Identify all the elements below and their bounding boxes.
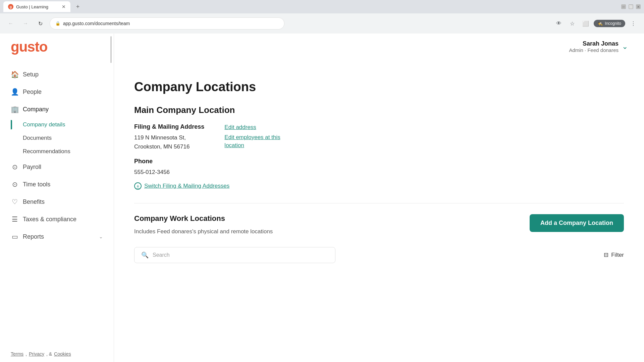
phone-value: 555-012-3456 — [134, 168, 624, 177]
user-info[interactable]: Sarah Jonas Admin · Feed donares ⌄ — [569, 40, 628, 53]
maximize-button[interactable]: ⬜ — [629, 4, 633, 9]
address-field-row: Filing & Mailing Address 119 N Minnesota… — [134, 123, 624, 151]
section-divider — [134, 203, 624, 203]
payroll-icon: ⊙ — [11, 163, 19, 171]
filter-icon: ⊟ — [604, 251, 608, 258]
add-location-button[interactable]: Add a Company Location — [530, 214, 624, 232]
main-content: Company Locations Main Company Location … — [114, 66, 644, 277]
tab-search-icon[interactable]: ⬜ — [580, 18, 591, 29]
browser-tab: g Gusto | Learning ✕ — [3, 1, 70, 12]
sidebar-item-people[interactable]: 👤 People — [0, 83, 114, 101]
privacy-link[interactable]: Privacy — [29, 351, 44, 357]
incognito-icon: 🕵 — [598, 21, 603, 26]
setup-icon: 🏠 — [11, 70, 19, 78]
sidebar-item-reports[interactable]: ▭ Reports ⌄ — [0, 228, 114, 245]
eye-slash-icon[interactable]: 👁 — [553, 18, 564, 29]
url-text: app.gusto.com/documents/team — [63, 21, 130, 26]
edit-address-link[interactable]: Edit address — [224, 124, 291, 131]
sidebar-label-people: People — [23, 88, 42, 96]
sidebar-label-payroll: Payroll — [23, 164, 41, 171]
address-actions: Edit address Edit employees at this loca… — [224, 123, 291, 151]
search-icon: 🔍 — [141, 251, 149, 259]
app-header: Sarah Jonas Admin · Feed donares ⌄ — [114, 34, 644, 53]
benefits-icon: ♡ — [11, 198, 19, 206]
phone-label: Phone — [134, 158, 624, 165]
sidebar-item-benefits[interactable]: ♡ Benefits — [0, 193, 114, 210]
scrollbar[interactable] — [110, 36, 112, 63]
sidebar-navigation: 🏠 Setup 👤 People 🏢 Company Company detai… — [0, 66, 114, 346]
sidebar-label-taxes: Taxes & compliance — [23, 216, 76, 223]
address-bar[interactable]: 🔒 app.gusto.com/documents/team — [50, 17, 284, 29]
tab-close-button[interactable]: ✕ — [62, 4, 66, 9]
forward-button[interactable]: → — [20, 18, 31, 29]
sidebar-label-company: Company — [23, 106, 49, 113]
sidebar-item-payroll[interactable]: ⊙ Payroll — [0, 158, 114, 176]
sidebar-item-taxes[interactable]: ☰ Taxes & compliance — [0, 210, 114, 228]
work-locations-section: Company Work Locations Includes Feed don… — [134, 214, 624, 263]
tab-title: Gusto | Learning — [16, 4, 48, 9]
filing-label: Filing & Mailing Address — [134, 123, 204, 130]
logo: gusto — [0, 34, 114, 66]
reload-button[interactable]: ↻ — [35, 18, 46, 29]
terms-link[interactable]: Terms — [11, 351, 23, 357]
main-location-section: Main Company Location Filing & Mailing A… — [134, 105, 624, 190]
address-bar-icon: 🔒 — [55, 21, 60, 26]
phone-field: Phone 555-012-3456 — [134, 158, 624, 177]
more-menu-button[interactable]: ⋮ — [628, 18, 639, 29]
recommendations-label: Recommendations — [23, 148, 70, 155]
sidebar-label-time-tools: Time tools — [23, 181, 50, 188]
reports-chevron-icon: ⌄ — [99, 234, 103, 239]
user-dropdown-chevron-icon[interactable]: ⌄ — [622, 42, 628, 51]
sidebar: gusto 🏠 Setup 👤 People 🏢 Company Company — [0, 34, 114, 362]
sidebar-sub-item-recommendations[interactable]: Recommendations — [23, 145, 114, 158]
taxes-icon: ☰ — [11, 215, 19, 223]
tab-favicon: g — [8, 4, 13, 9]
browser-navbar: ← → ↻ 🔒 app.gusto.com/documents/team 👁 ☆… — [0, 13, 644, 34]
switch-addresses-link[interactable]: + Switch Filing & Mailing Addresses — [134, 182, 624, 190]
incognito-label: Incognito — [605, 21, 621, 26]
sidebar-footer: Terms , Privacy , & Cookies — [0, 346, 114, 362]
sidebar-label-reports: Reports — [23, 233, 44, 240]
incognito-badge: 🕵 Incognito — [594, 20, 625, 27]
address-field: Filing & Mailing Address 119 N Minnesota… — [134, 123, 204, 151]
back-button[interactable]: ← — [5, 18, 16, 29]
minimize-button[interactable]: ─ — [621, 4, 626, 9]
browser-chrome: g Gusto | Learning ✕ + ─ ⬜ ✕ ← → ↻ 🔒 app… — [0, 0, 644, 34]
search-bar[interactable]: 🔍 Search — [134, 247, 335, 263]
user-name: Sarah Jonas — [569, 40, 619, 47]
filter-button[interactable]: ⊟ Filter — [604, 251, 624, 258]
user-role: Admin · Feed donares — [569, 47, 619, 53]
filter-label: Filter — [611, 252, 624, 258]
work-locations-header: Company Work Locations Includes Feed don… — [134, 214, 624, 243]
star-icon[interactable]: ☆ — [567, 18, 578, 29]
new-tab-button[interactable]: + — [73, 2, 83, 11]
sidebar-sub-item-company-details[interactable]: Company details — [23, 118, 114, 131]
main-location-title: Main Company Location — [134, 105, 624, 115]
sidebar-label-benefits: Benefits — [23, 198, 45, 205]
sidebar-item-time-tools[interactable]: ⊙ Time tools — [0, 176, 114, 193]
search-filter-row: 🔍 Search ⊟ Filter — [134, 247, 624, 263]
work-locations-desc: Includes Feed donares's physical and rem… — [134, 228, 273, 235]
work-locations-title: Company Work Locations — [134, 214, 273, 223]
browser-titlebar: g Gusto | Learning ✕ + ─ ⬜ ✕ — [0, 0, 644, 13]
cookies-link[interactable]: Cookies — [54, 351, 71, 357]
address-line2: Crookston, MN 56716 — [134, 142, 204, 151]
sidebar-item-setup[interactable]: 🏠 Setup — [0, 66, 114, 83]
search-placeholder-text: Search — [153, 252, 170, 258]
time-tools-icon: ⊙ — [11, 180, 19, 188]
documents-label: Documents — [23, 135, 52, 141]
reports-icon: ▭ — [11, 233, 19, 241]
page-title: Company Locations — [134, 80, 624, 94]
company-details-label: Company details — [23, 121, 65, 128]
switch-link-text: Switch Filing & Mailing Addresses — [144, 183, 229, 189]
sidebar-label-setup: Setup — [23, 71, 39, 78]
circle-plus-icon: + — [134, 182, 142, 190]
people-icon: 👤 — [11, 88, 19, 96]
close-window-button[interactable]: ✕ — [636, 4, 641, 9]
edit-employees-link[interactable]: Edit employees at this location — [224, 133, 291, 149]
company-icon: 🏢 — [11, 105, 19, 113]
sidebar-sub-item-documents[interactable]: Documents — [23, 131, 114, 145]
address-line1: 119 N Minnesota St, — [134, 133, 204, 142]
company-submenu: Company details Documents Recommendation… — [0, 118, 114, 158]
sidebar-item-company[interactable]: 🏢 Company — [0, 101, 114, 118]
